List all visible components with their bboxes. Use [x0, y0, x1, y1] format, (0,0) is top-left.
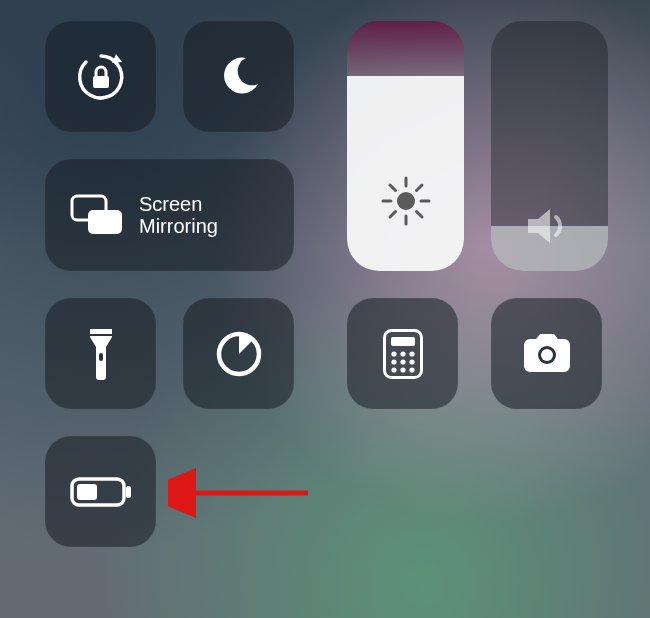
moon-icon	[216, 54, 262, 100]
svg-rect-13	[90, 334, 112, 336]
flashlight-button[interactable]	[45, 298, 156, 409]
sun-icon	[379, 174, 433, 228]
timer-button[interactable]	[183, 298, 294, 409]
annotation-arrow	[168, 468, 318, 518]
brightness-slider-track-top	[347, 21, 464, 76]
svg-rect-16	[391, 337, 415, 346]
svg-line-7	[416, 212, 422, 218]
svg-point-22	[409, 359, 414, 364]
low-power-mode-toggle[interactable]	[45, 436, 156, 547]
timer-icon	[214, 329, 264, 379]
svg-point-27	[541, 349, 553, 361]
svg-point-21	[400, 359, 405, 364]
screen-mirroring-label: Screen Mirroring	[139, 193, 218, 237]
svg-rect-11	[88, 210, 122, 234]
flashlight-icon	[86, 327, 116, 381]
svg-point-20	[391, 359, 396, 364]
svg-line-6	[390, 185, 396, 191]
brightness-slider[interactable]	[347, 21, 464, 271]
svg-point-19	[409, 351, 414, 356]
svg-point-17	[391, 351, 396, 356]
svg-rect-29	[77, 484, 97, 500]
svg-point-25	[409, 367, 414, 372]
calculator-icon	[383, 329, 423, 379]
svg-point-24	[400, 367, 405, 372]
svg-rect-12	[99, 353, 103, 361]
do-not-disturb-toggle[interactable]	[183, 21, 294, 132]
battery-low-icon	[70, 477, 132, 507]
svg-point-1	[397, 192, 415, 210]
speaker-icon	[524, 205, 576, 247]
volume-slider[interactable]	[491, 21, 608, 271]
camera-icon	[519, 333, 575, 375]
svg-line-9	[416, 185, 422, 191]
screen-mirroring-icon	[69, 193, 125, 237]
svg-point-18	[400, 351, 405, 356]
svg-rect-30	[126, 486, 131, 498]
control-center: Screen Mirroring	[0, 0, 650, 618]
screen-mirroring-button[interactable]: Screen Mirroring	[45, 159, 294, 271]
svg-rect-0	[93, 76, 109, 88]
camera-button[interactable]	[491, 298, 602, 409]
rotation-lock-toggle[interactable]	[45, 21, 156, 132]
svg-point-23	[391, 367, 396, 372]
svg-line-8	[390, 212, 396, 218]
calculator-button[interactable]	[347, 298, 458, 409]
rotation-lock-icon	[72, 48, 130, 106]
